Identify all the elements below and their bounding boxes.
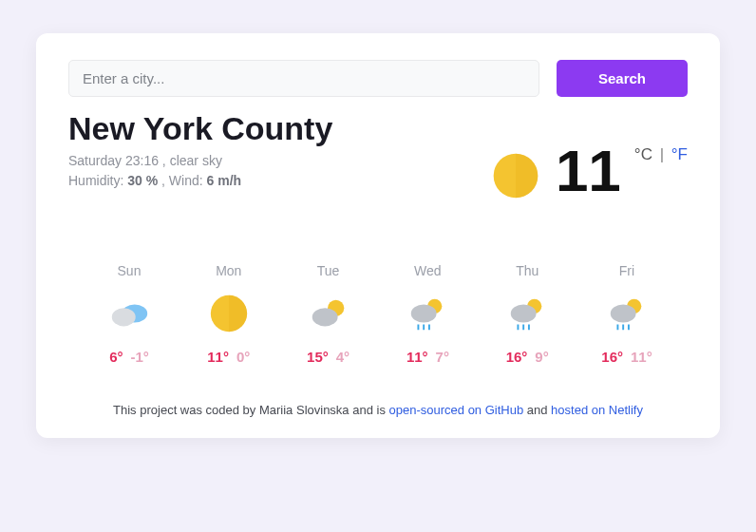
- forecast-day-name: Wed: [387, 263, 467, 278]
- forecast-day-name: Mon: [189, 263, 269, 278]
- forecast-day-name: Fri: [587, 263, 667, 278]
- footer: This project was coded by Mariia Slovins…: [68, 403, 688, 417]
- temp-low: -1°: [131, 349, 149, 365]
- forecast-day: Sun6°-1°: [89, 263, 169, 365]
- forecast-icon: [605, 292, 649, 335]
- temp-low: 7°: [436, 349, 449, 365]
- current-temp: 11: [556, 142, 621, 200]
- forecast-day: Thu16°9°: [487, 263, 567, 365]
- forecast-day: Fri16°11°: [587, 263, 667, 365]
- celsius-unit[interactable]: °C: [634, 145, 652, 163]
- footer-text: This project was coded by Mariia Slovins…: [113, 403, 388, 417]
- forecast-day-name: Thu: [487, 263, 567, 278]
- temp-high: 11°: [207, 349, 229, 365]
- wind-value: 6 m/h: [207, 173, 242, 188]
- forecast-icon: [505, 292, 549, 335]
- forecast-icon: [107, 292, 151, 335]
- humidity-label: Humidity:: [68, 173, 123, 188]
- forecast-icon: [207, 292, 251, 335]
- temp-low: 11°: [631, 349, 652, 365]
- search-row: Search: [68, 60, 688, 97]
- wind-label: Wind:: [169, 173, 203, 188]
- forecast-temps: 6°-1°: [89, 349, 169, 365]
- search-button[interactable]: Search: [557, 60, 688, 97]
- temp-high: 11°: [406, 349, 428, 365]
- forecast-icon: [406, 292, 449, 335]
- forecast-day: Tue15°4°: [289, 263, 369, 365]
- fahrenheit-unit[interactable]: °F: [671, 145, 688, 163]
- weather-meta: Saturday 23:16 , clear sky Humidity: 30 …: [68, 151, 489, 191]
- forecast-day: Wed11°7°: [387, 263, 467, 365]
- temp-high: 16°: [506, 349, 528, 365]
- forecast-temps: 16°9°: [487, 349, 567, 365]
- forecast-temps: 11°7°: [387, 349, 467, 365]
- temp-low: 9°: [535, 349, 548, 365]
- forecast-day-name: Tue: [289, 263, 369, 278]
- unit-toggle: °C | °F: [634, 145, 688, 164]
- datetime: Saturday 23:16: [68, 153, 159, 168]
- temp-high: 16°: [601, 349, 623, 365]
- forecast-day-name: Sun: [89, 263, 169, 278]
- temp-high: 15°: [307, 349, 329, 365]
- forecast-temps: 16°11°: [587, 349, 667, 365]
- weather-card: Search New York County Saturday 23:16 , …: [36, 33, 720, 438]
- unit-separator: |: [660, 145, 664, 163]
- search-input[interactable]: [68, 60, 539, 97]
- current-weather-row: Saturday 23:16 , clear sky Humidity: 30 …: [68, 151, 688, 202]
- humidity-value: 30 %: [127, 173, 158, 188]
- forecast-temps: 11°0°: [189, 349, 269, 365]
- temp-high: 6°: [109, 349, 123, 365]
- current-weather-icon: [489, 149, 542, 202]
- netlify-link[interactable]: hosted on Netlify: [551, 403, 643, 417]
- current-temp-block: 11 °C | °F: [489, 142, 688, 202]
- forecast-row: Sun6°-1°Mon11°0°Tue15°4°Wed11°7°Thu16°9°…: [68, 263, 688, 365]
- github-link[interactable]: open-sourced on GitHub: [389, 403, 524, 417]
- condition: clear sky: [170, 153, 222, 168]
- forecast-temps: 15°4°: [289, 349, 369, 365]
- forecast-day: Mon11°0°: [189, 263, 269, 365]
- forecast-icon: [307, 292, 350, 335]
- temp-low: 4°: [336, 349, 350, 365]
- temp-low: 0°: [236, 349, 250, 365]
